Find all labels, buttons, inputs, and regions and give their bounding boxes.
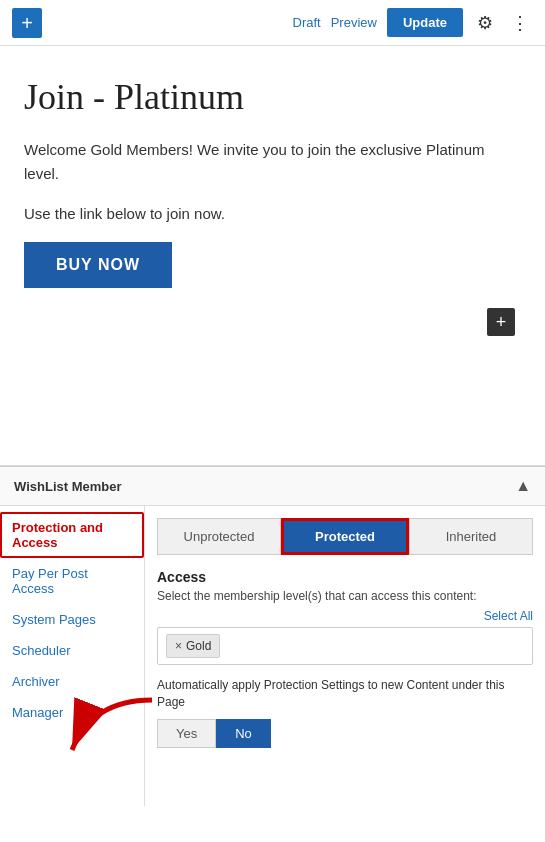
tab-unprotected[interactable]: Unprotected [157,518,281,555]
auto-apply-label: Automatically apply Protection Settings … [157,677,533,711]
access-title: Access [157,569,533,585]
tag-label: Gold [186,639,211,653]
page-description-line1: Welcome Gold Members! We invite you to j… [24,138,521,186]
more-options-icon[interactable]: ⋮ [507,12,533,34]
toolbar: + Draft Preview Update ⚙ ⋮ [0,0,545,46]
add-block-floating-button[interactable]: + [487,308,515,336]
content-area: Join - Platinum Welcome Gold Members! We… [0,46,545,466]
wlm-main: Unprotected Protected Inherited Access S… [145,506,545,806]
toolbar-actions: Draft Preview Update ⚙ ⋮ [293,8,533,37]
page-description-line2: Use the link below to join now. [24,202,521,226]
sidebar-item-protection-access[interactable]: Protection and Access [0,512,144,558]
sidebar-item-scheduler[interactable]: Scheduler [0,635,144,666]
wlm-sidebar: Protection and Access Pay Per Post Acces… [0,506,145,806]
access-description: Select the membership level(s) that can … [157,589,533,603]
settings-icon[interactable]: ⚙ [473,12,497,34]
access-section: Access Select the membership level(s) th… [157,569,533,665]
sidebar-item-pay-per-post[interactable]: Pay Per Post Access [0,558,144,604]
toolbar-left: + [12,8,42,38]
buy-now-button[interactable]: BUY NOW [24,242,172,288]
add-block-floating: + [24,308,521,336]
preview-button[interactable]: Preview [331,15,377,30]
tags-area[interactable]: × Gold [157,627,533,665]
no-button[interactable]: No [216,719,271,748]
yes-button[interactable]: Yes [157,719,216,748]
sidebar-item-system-pages[interactable]: System Pages [0,604,144,635]
yes-no-group: Yes No [157,719,533,748]
tag-remove-icon[interactable]: × [175,639,182,653]
collapse-icon[interactable]: ▲ [515,477,531,495]
tab-inherited[interactable]: Inherited [409,518,533,555]
update-button[interactable]: Update [387,8,463,37]
wlm-panel: WishList Member ▲ Protection and Access … [0,466,545,806]
add-block-button[interactable]: + [12,8,42,38]
sidebar-item-manager[interactable]: Manager [0,697,144,728]
draft-button[interactable]: Draft [293,15,321,30]
select-all-link[interactable]: Select All [157,609,533,623]
wlm-panel-title: WishList Member [14,479,122,494]
tab-group: Unprotected Protected Inherited [157,518,533,555]
page-title: Join - Platinum [24,76,521,118]
tag-gold: × Gold [166,634,220,658]
wlm-body: Protection and Access Pay Per Post Acces… [0,506,545,806]
wlm-panel-header: WishList Member ▲ [0,467,545,506]
tab-protected[interactable]: Protected [281,518,409,555]
sidebar-item-archiver[interactable]: Archiver [0,666,144,697]
auto-apply-section: Automatically apply Protection Settings … [157,677,533,748]
